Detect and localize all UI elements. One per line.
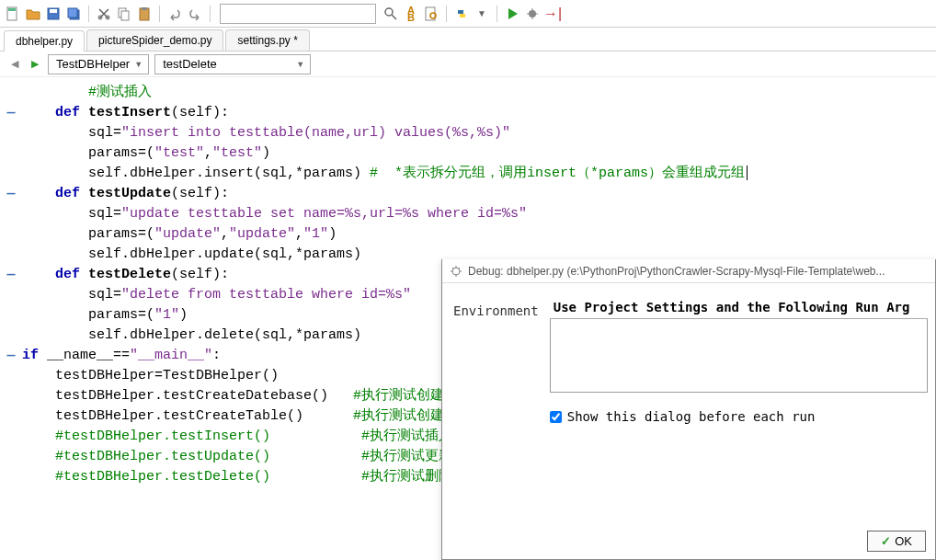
svg-point-15 — [529, 10, 536, 17]
code-line: def testUpdate(self): — [22, 184, 936, 204]
ok-button[interactable]: ✓ OK — [867, 531, 926, 552]
run-args-input[interactable] — [550, 319, 928, 393]
svg-rect-11 — [142, 7, 147, 10]
nav-back-icon[interactable]: ◀ — [7, 58, 22, 70]
debug-dialog: Debug: dbhelper.py (e:\PythonProj\Python… — [441, 259, 936, 560]
code-line: self.dbHelper.insert(sql,*params) # *表示拆… — [22, 164, 936, 184]
show-dialog-checkbox-row[interactable]: Show this dialog before each run — [550, 409, 928, 424]
svg-rect-3 — [50, 9, 57, 13]
copy-icon[interactable] — [115, 5, 133, 23]
save-icon[interactable] — [44, 5, 63, 23]
tab-settings[interactable]: settings.py * — [225, 29, 309, 51]
toolbar-separator — [159, 6, 160, 22]
main-toolbar: AB ▼ →| — [0, 0, 936, 28]
toolbar-separator — [446, 6, 447, 22]
code-line: sql="update testtable set name=%s,url=%s… — [22, 204, 936, 224]
toolbar-separator — [88, 6, 89, 22]
tab-picturespider[interactable]: pictureSpider_demo.py — [86, 29, 223, 51]
code-line: sql="insert into testtable(name,url) val… — [22, 123, 936, 143]
svg-point-12 — [385, 8, 393, 16]
method-selector[interactable]: testDelete — [154, 54, 311, 74]
show-dialog-checkbox[interactable] — [550, 411, 562, 423]
class-selector[interactable]: TestDBHelper — [48, 54, 149, 74]
fold-icon[interactable]: — — [6, 103, 15, 123]
show-dialog-checkbox-label: Show this dialog before each run — [567, 409, 816, 424]
dialog-titlebar[interactable]: Debug: dbhelper.py (e:\PythonProj\Python… — [442, 259, 935, 283]
toolbar-separator — [210, 6, 211, 22]
nav-down-icon[interactable]: ▼ — [473, 5, 491, 23]
search-icon[interactable] — [382, 5, 400, 23]
svg-rect-9 — [121, 11, 129, 20]
cut-icon[interactable] — [95, 5, 113, 23]
svg-rect-1 — [8, 8, 16, 11]
toolbar-separator — [497, 6, 497, 22]
find-replace-icon[interactable]: AB — [402, 5, 420, 23]
file-tabs: dbhelper.py pictureSpider_demo.py settin… — [0, 28, 936, 51]
new-file-icon[interactable] — [4, 5, 22, 23]
fold-icon[interactable]: — — [6, 346, 15, 366]
debug-icon[interactable] — [523, 5, 542, 23]
ok-button-label: OK — [895, 534, 912, 548]
nav-forward-icon[interactable]: ▶ — [28, 58, 42, 70]
save-all-icon[interactable] — [64, 5, 83, 23]
redo-icon[interactable] — [186, 5, 204, 23]
dialog-title-text: Debug: dbhelper.py (e:\PythonProj\Python… — [468, 265, 885, 278]
code-line: params=("update","update","1") — [22, 224, 936, 245]
fold-icon[interactable]: — — [6, 265, 15, 285]
run-args-heading: Use Project Settings and the Following R… — [550, 298, 928, 319]
undo-icon[interactable] — [166, 5, 184, 23]
step-into-icon[interactable]: →| — [543, 5, 562, 23]
tab-dbhelper[interactable]: dbhelper.py — [4, 30, 85, 51]
text-cursor — [747, 166, 748, 180]
python-icon[interactable] — [452, 5, 471, 23]
run-icon[interactable] — [503, 5, 521, 23]
code-line: #测试插入 — [22, 83, 936, 103]
check-icon: ✓ — [881, 534, 891, 548]
code-line: params=("test","test") — [22, 143, 936, 164]
code-nav-row: ◀ ▶ TestDBHelper testDelete — [0, 51, 936, 77]
fold-icon[interactable]: — — [6, 184, 15, 204]
svg-rect-5 — [68, 8, 77, 17]
toolbar-search-input[interactable] — [220, 4, 376, 24]
open-folder-icon[interactable] — [24, 5, 42, 23]
find-in-files-icon[interactable] — [422, 5, 440, 23]
code-line: def testInsert(self): — [22, 103, 936, 123]
debug-icon — [450, 265, 462, 278]
paste-icon[interactable] — [135, 5, 154, 23]
environment-label: Environment — [453, 298, 539, 515]
